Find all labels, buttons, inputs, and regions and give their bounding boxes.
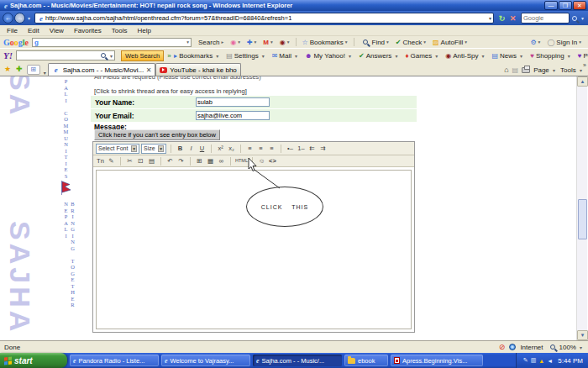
combo-dropdown-icon[interactable]: ▾	[186, 39, 189, 45]
name-input[interactable]	[196, 97, 270, 107]
superscript-button[interactable]: x²	[216, 144, 225, 153]
smiley-button[interactable]: ☺	[257, 156, 266, 166]
yahoo-search-dropdown-icon[interactable]: ▾	[110, 53, 113, 59]
menu-help[interactable]: Help	[137, 27, 150, 34]
tab-sajha[interactable]: e Sajha.com - - Music/Movi... ✕	[48, 63, 156, 76]
orkut-icon[interactable]: ◉▾	[230, 39, 240, 46]
spellcheck-button[interactable]: ✔Check▾	[396, 39, 426, 46]
yahoo-my-yahoo[interactable]: ☻My Yahoo!▾	[305, 52, 353, 60]
tray-warning-icon[interactable]: ▲	[538, 358, 544, 364]
yahoo-anti-spy[interactable]: ◉Anti-Spy▾	[445, 52, 486, 60]
restore-button[interactable]: ❐	[559, 1, 572, 10]
font-select[interactable]: Select Font▾	[96, 144, 139, 154]
tab-close-icon[interactable]: ✕	[146, 66, 152, 74]
yahoo-news[interactable]: ▤News▾	[492, 52, 525, 60]
tray-pen-icon[interactable]: ✎	[523, 357, 528, 364]
google-search-combo[interactable]: g ▾	[32, 38, 192, 47]
tray-hide-icons-icon[interactable]: ◄	[547, 358, 553, 364]
taskbar-item-apress[interactable]: Apress.Beginning.Vis...	[391, 355, 483, 366]
indent-button[interactable]: ⇉	[318, 144, 328, 153]
yahoo-shopping[interactable]: ♥Shopping▾	[530, 52, 572, 60]
search-icon[interactable]	[572, 16, 577, 21]
yahoo-settings[interactable]: ▤Settings▾	[226, 52, 265, 60]
tools-menu[interactable]: Tools ▾	[560, 66, 584, 74]
feeds-icon[interactable]: ▤	[512, 66, 519, 74]
forward-button[interactable]: →	[14, 13, 25, 24]
size-select[interactable]: Size▾	[141, 144, 166, 154]
paste-button[interactable]: ▤	[147, 156, 156, 166]
scroll-down-icon[interactable]: ▼	[577, 330, 588, 340]
favorites-star-icon[interactable]: ★	[4, 65, 11, 73]
toolbar-overflow-icon[interactable]: »	[583, 62, 586, 68]
home-icon[interactable]: ⌂	[504, 66, 508, 74]
zoom-control[interactable]: 100% ▾	[548, 344, 584, 351]
align-right-button[interactable]: ≡	[267, 144, 276, 153]
email-input[interactable]	[196, 111, 270, 120]
address-dropdown-icon[interactable]: ▾	[489, 15, 491, 21]
insert-link-button[interactable]: ∞	[217, 156, 226, 166]
entry-box-button[interactable]: Click here if you can't see entry box be…	[94, 129, 220, 140]
google-plus-icon[interactable]: ✚▾	[247, 39, 256, 46]
taskbar-item-vajra[interactable]: e Welcome to Vajraasy...	[161, 355, 250, 366]
yahoo-personals[interactable]: ♥Personals▾	[578, 52, 588, 60]
gmail-icon[interactable]: M▾	[263, 39, 272, 46]
page-menu[interactable]: Page ▾	[533, 66, 557, 74]
cut-button[interactable]: ✂	[125, 156, 134, 166]
close-button[interactable]: ✕	[573, 1, 586, 10]
search-dropdown-icon[interactable]: ▾	[581, 15, 584, 21]
minimize-button[interactable]: —	[544, 1, 558, 10]
start-button[interactable]: start	[0, 353, 67, 368]
autofill-button[interactable]: ▨AutoFill▾	[433, 39, 467, 46]
tray-display-icon[interactable]: ▥	[531, 357, 537, 364]
refresh-button[interactable]: ↻	[496, 14, 507, 23]
code-button[interactable]: <>	[268, 156, 277, 166]
copy-button[interactable]: ⊡	[136, 156, 145, 166]
back-button[interactable]: ←	[3, 13, 13, 24]
menu-edit[interactable]: Edit	[28, 27, 39, 34]
clear-format-button[interactable]: Tn	[96, 156, 105, 166]
popup-blocker-icon[interactable]: ◉▾	[280, 39, 290, 46]
bold-button[interactable]: B	[176, 144, 185, 153]
print-icon[interactable]	[522, 67, 530, 73]
menu-tools[interactable]: Tools	[112, 27, 128, 34]
yahoo-search-input[interactable]	[17, 52, 98, 60]
menu-file[interactable]: File	[7, 27, 18, 34]
align-center-button[interactable]: ≡	[256, 144, 265, 153]
web-search-button[interactable]: Web Search	[121, 50, 164, 61]
toolbar-settings-wrench-icon[interactable]: ⚙▾	[530, 39, 540, 46]
google-search-button[interactable]: Search▸	[198, 39, 223, 46]
underline-button[interactable]: U	[197, 144, 207, 153]
taskbar-item-ebook[interactable]: ebook	[344, 355, 388, 366]
scrollbar-thumb[interactable]	[578, 199, 587, 239]
format-painter-button[interactable]: ✎	[107, 156, 116, 166]
quick-tabs-button[interactable]: ⊞	[27, 65, 40, 75]
shrink-thread-link[interactable]: [Click to shrink thread area for easy ac…	[94, 87, 247, 95]
address-input[interactable]	[45, 13, 489, 23]
menu-favorites[interactable]: Favorites	[74, 27, 102, 34]
taskbar-item-sajha[interactable]: e Sajha.com - - Music/...	[253, 355, 342, 366]
google-signin-button[interactable]: ◯Sign In▾	[547, 39, 581, 46]
yahoo-games[interactable]: ♦Games▾	[405, 52, 439, 60]
stop-button[interactable]: ✕	[507, 14, 518, 23]
tab-youtube[interactable]: YouTube - khai ke bho	[155, 63, 240, 76]
tab-list-dropdown-icon[interactable]: ▾	[44, 70, 46, 76]
scroll-up-icon[interactable]: ▲	[577, 76, 588, 87]
align-left-button[interactable]: ≡	[245, 144, 255, 153]
outdent-button[interactable]: ⇇	[307, 144, 317, 153]
insert-table-button[interactable]: ⊞	[195, 156, 204, 166]
numbered-list-button[interactable]: 1–	[297, 144, 306, 153]
yahoo-mail[interactable]: ✉Mail▾	[272, 52, 299, 60]
insert-image-button[interactable]: ▦	[206, 156, 215, 166]
history-dropdown-icon[interactable]: ▾	[28, 15, 30, 21]
ie-search-input[interactable]	[522, 14, 569, 22]
redo-button[interactable]: ↷	[176, 156, 186, 166]
yahoo-answers[interactable]: ✔Answers▾	[359, 52, 399, 60]
find-button[interactable]: Find▾	[360, 39, 389, 46]
yahoo-bookmarks[interactable]: ▸Bookmarks▾	[174, 52, 220, 60]
google-bookmarks-button[interactable]: ☆Bookmarks▾	[302, 39, 348, 46]
vertical-scrollbar[interactable]: ▲ ▼	[576, 76, 587, 340]
undo-button[interactable]: ↶	[165, 156, 175, 166]
add-favorite-icon[interactable]: ✚	[16, 65, 23, 73]
menu-view[interactable]: View	[50, 27, 64, 34]
html-source-button[interactable]: HTML	[235, 156, 248, 166]
